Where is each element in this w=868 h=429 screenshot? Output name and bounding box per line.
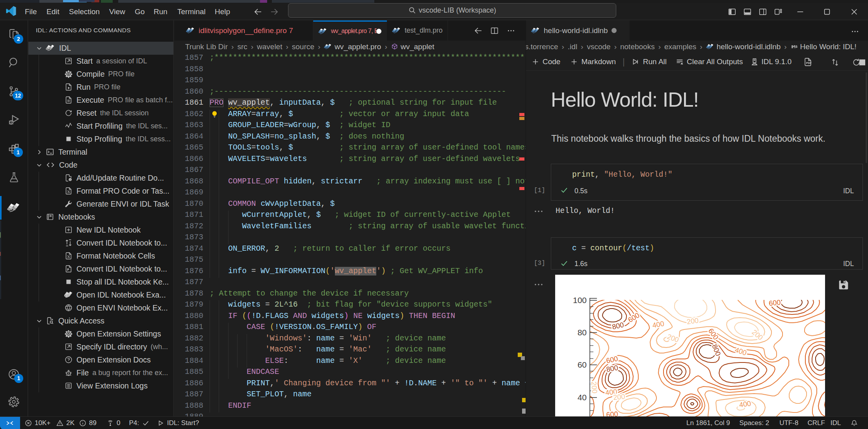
svg-text:600: 600 [606, 355, 619, 365]
svg-text:800: 800 [606, 364, 619, 374]
svg-text:200: 200 [590, 381, 599, 394]
svg-text:600: 600 [606, 410, 618, 416]
svg-text:600: 600 [627, 311, 641, 324]
svg-text:200: 200 [686, 316, 699, 326]
svg-text:40: 40 [578, 393, 587, 402]
svg-text:400: 400 [652, 320, 665, 329]
svg-text:800: 800 [710, 343, 722, 357]
svg-text:400: 400 [739, 399, 752, 409]
svg-text:600: 600 [768, 298, 781, 307]
svg-text:200: 200 [666, 333, 680, 344]
svg-text:400: 400 [734, 346, 748, 357]
svg-text:100: 100 [573, 296, 587, 305]
svg-text:80: 80 [578, 328, 587, 337]
svg-text:200: 200 [613, 392, 626, 401]
svg-text:600: 600 [707, 327, 720, 341]
svg-text:60: 60 [578, 360, 587, 369]
